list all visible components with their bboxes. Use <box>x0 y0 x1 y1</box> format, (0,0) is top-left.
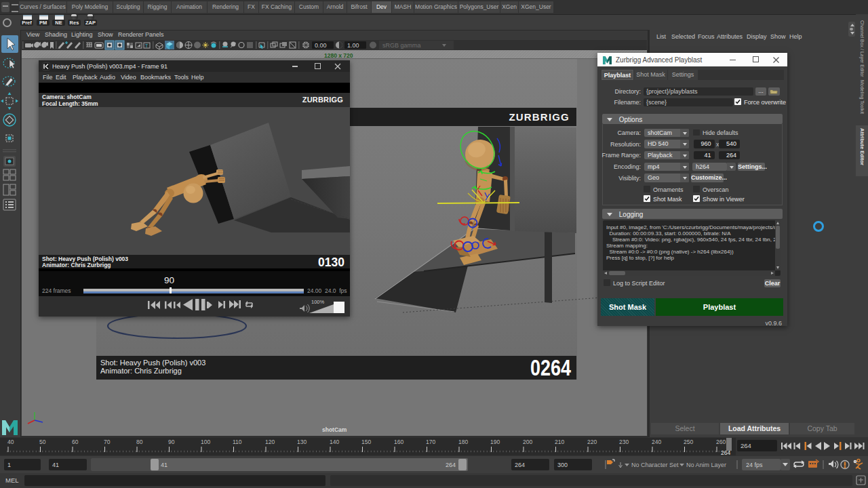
svg-text:70: 70 <box>104 439 111 445</box>
svg-text:160: 160 <box>394 439 403 445</box>
svg-text:40: 40 <box>7 439 14 445</box>
svg-text:0264: 0264 <box>530 354 571 380</box>
svg-text:264: 264 <box>721 449 730 456</box>
svg-text:100%: 100% <box>311 299 325 305</box>
svg-text:50: 50 <box>39 439 46 445</box>
svg-text:264: 264 <box>515 462 525 468</box>
svg-text:264: 264 <box>741 442 751 449</box>
svg-text:130: 130 <box>297 439 307 445</box>
svg-text:90: 90 <box>168 439 175 445</box>
svg-text:140: 140 <box>330 439 339 445</box>
svg-text:MEL: MEL <box>5 476 19 484</box>
svg-text:Animator: Chris Zurbrigg: Animator: Chris Zurbrigg <box>100 367 182 375</box>
svg-text:41: 41 <box>52 462 59 468</box>
svg-text:230: 230 <box>619 439 629 445</box>
svg-text:shotCam: shotCam <box>322 426 347 433</box>
svg-text:Shot: Heavy Push (Polish) v003: Shot: Heavy Push (Polish) v003 <box>100 359 205 367</box>
svg-text:240: 240 <box>652 439 661 445</box>
svg-text:24 fps: 24 fps <box>746 462 763 468</box>
svg-text:80: 80 <box>136 439 143 445</box>
svg-text:150: 150 <box>361 439 371 445</box>
svg-text:120: 120 <box>265 439 275 445</box>
svg-text:41: 41 <box>161 462 167 468</box>
svg-text:190: 190 <box>490 439 500 445</box>
svg-text:210: 210 <box>555 439 564 445</box>
svg-text:220: 220 <box>587 439 597 445</box>
svg-text:T: T <box>145 43 149 48</box>
svg-text:60: 60 <box>72 439 79 445</box>
svg-text:sRGB gamma: sRGB gamma <box>382 42 421 49</box>
svg-text:180: 180 <box>458 439 468 445</box>
svg-text:1: 1 <box>7 462 11 468</box>
svg-text:200: 200 <box>523 439 532 445</box>
svg-text:1.00: 1.00 <box>347 42 359 49</box>
svg-text:264: 264 <box>446 462 456 468</box>
svg-text:No Anim Layer: No Anim Layer <box>686 462 726 468</box>
svg-text:868 x 488: 868 x 488 <box>324 52 353 59</box>
svg-text:260: 260 <box>716 439 726 445</box>
svg-text:110: 110 <box>233 439 242 445</box>
svg-text:No Character Set: No Character Set <box>631 462 679 468</box>
svg-text:250: 250 <box>684 439 693 445</box>
svg-text:170: 170 <box>426 439 435 445</box>
svg-text:100: 100 <box>201 439 210 445</box>
svg-text:0.00: 0.00 <box>315 42 327 49</box>
svg-text:300: 300 <box>557 462 568 468</box>
svg-text:ZURBRIGG: ZURBRIGG <box>509 111 570 123</box>
